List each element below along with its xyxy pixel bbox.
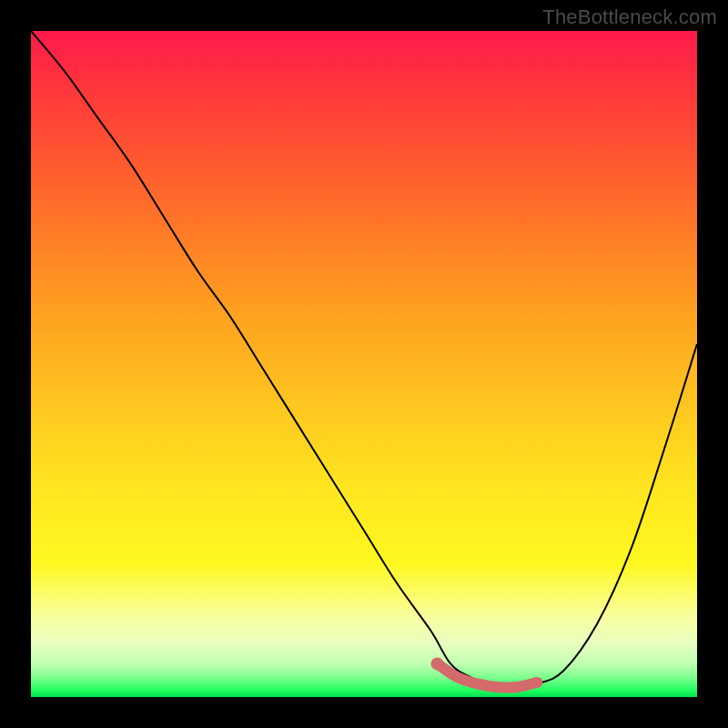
- bottleneck-curve: [31, 31, 697, 688]
- optimal-range-accent: [438, 663, 538, 687]
- chart-svg: [31, 31, 697, 697]
- attribution-text: TheBottleneck.com: [542, 5, 717, 29]
- plot-area: [31, 31, 697, 697]
- chart-container: TheBottleneck.com: [0, 0, 728, 728]
- optimal-point-marker: [431, 657, 444, 670]
